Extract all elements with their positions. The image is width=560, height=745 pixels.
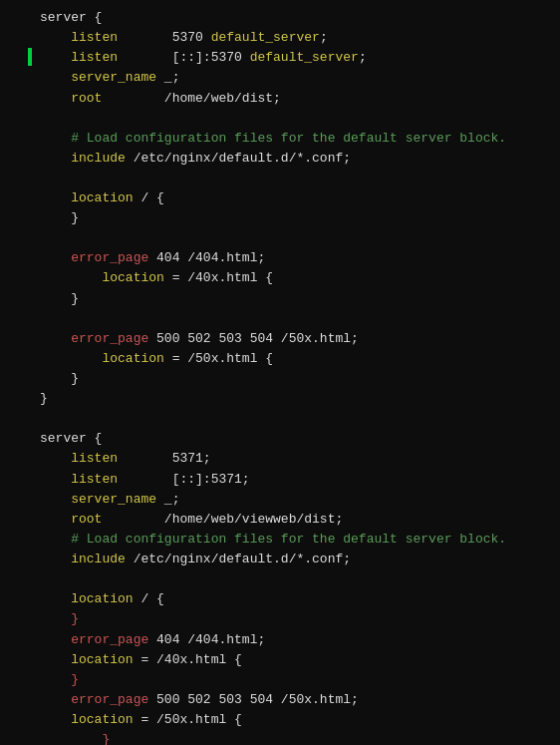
code-line: location = /50x.html { [0,710,560,730]
token: / { [134,190,164,205]
token: [::]:5370 [118,50,250,65]
token: listen [71,50,118,65]
line-content: # Load configuration files for the defau… [40,129,552,149]
active-line-indicator [28,48,32,66]
code-line: } [0,609,560,629]
code-line: location = /50x.html { [0,349,560,369]
token: } [102,732,110,745]
line-content: # Load configuration files for the defau… [40,530,552,550]
code-line: location / { [0,589,560,609]
line-content: location / { [40,589,552,609]
line-content: location = /40x.html { [40,268,552,288]
token: = /40x.html { [164,270,273,285]
token: include [71,552,126,566]
token: location [71,591,133,606]
token: default_server [211,30,320,45]
code-line: root /home/web/dist; [0,89,560,109]
line-content: listen [::]:5370 default_server; [40,48,552,68]
token: ; [172,70,180,85]
code-line [0,169,560,188]
token: location [102,270,163,285]
line-content: root /home/web/dist; [40,89,552,109]
code-line: location = /40x.html { [0,268,560,288]
code-line: listen [::]:5370 default_server; [0,48,560,68]
line-content: include /etc/nginx/default.d/*.conf; [40,149,552,169]
code-line: location / { [0,188,560,208]
line-content: listen [::]:5371; [40,470,552,490]
line-content: location = /40x.html { [40,650,552,670]
line-content: } [40,289,552,309]
code-line [0,109,560,129]
token: } [71,210,79,225]
code-line: include /etc/nginx/default.d/*.conf; [0,550,560,569]
token: # Load configuration files for the defau… [71,131,506,146]
token: ; [359,50,367,65]
line-content: include /etc/nginx/default.d/*.conf; [40,550,552,569]
token: # Load configuration files for the defau… [71,532,506,547]
token: listen [71,451,118,466]
token: location [71,190,133,205]
token: server_name [71,492,156,507]
token: root [71,91,102,106]
token: ; [320,30,328,45]
line-gutter [8,48,36,66]
line-content: root /home/web/viewweb/dist; [40,510,552,530]
token: _ [156,492,172,507]
code-line: } [0,289,560,309]
token: } [71,611,79,626]
code-line: listen [::]:5371; [0,470,560,490]
code-line: root /home/web/viewweb/dist; [0,510,560,530]
token: default_server [250,50,359,65]
token: ; [172,492,180,507]
token: error_page [71,632,148,647]
code-line: } [0,208,560,228]
code-line: listen 5371; [0,449,560,469]
code-editor: server { listen 5370 default_server; lis… [0,0,560,745]
code-line [0,569,560,589]
code-line: server { [0,429,560,449]
code-line: server { [0,8,560,28]
token: = /50x.html { [164,351,273,366]
token: = /50x.html { [134,712,242,727]
line-content: } [40,369,552,389]
line-content: server_name _; [40,490,552,510]
token: /home/web/dist; [102,91,280,106]
line-content: error_page 404 /404.html; [40,630,552,650]
token: /home/web/viewweb/dist; [102,512,343,527]
code-line: } [0,369,560,389]
line-content: server { [40,8,552,28]
line-content: } [40,208,552,228]
token: location [102,351,163,366]
line-content: error_page 404 /404.html; [40,248,552,268]
code-line: error_page 500 502 503 504 /50x.html; [0,690,560,710]
token: / { [134,591,164,606]
token: = /40x.html { [134,652,242,667]
token: 404 /404.html; [148,632,265,647]
line-content: error_page 500 502 503 504 /50x.html; [40,690,552,710]
line-content: } [40,730,552,745]
token: location [71,712,133,727]
token: [::]:5371; [118,472,250,487]
token: error_page [71,692,148,707]
token: error_page [71,250,148,265]
code-line: error_page 404 /404.html; [0,248,560,268]
code-line: listen 5370 default_server; [0,28,560,48]
token: /etc/nginx/default.d/*.conf; [126,552,351,566]
token: listen [71,472,118,487]
token: } [71,672,79,687]
line-content: } [40,670,552,690]
token: } [71,291,79,306]
token: 5370 [118,30,211,45]
line-content: error_page 500 502 503 504 /50x.html; [40,329,552,349]
code-line: } [0,670,560,690]
code-line: server_name _; [0,68,560,88]
token: include [71,151,126,166]
token: listen [71,30,118,45]
code-line: # Load configuration files for the defau… [0,530,560,550]
token: error_page [71,331,148,346]
token: } [40,391,48,406]
code-line [0,409,560,429]
token: 500 502 503 504 /50x.html; [148,331,359,346]
token: server_name [71,70,156,85]
code-line: # Load configuration files for the defau… [0,129,560,149]
